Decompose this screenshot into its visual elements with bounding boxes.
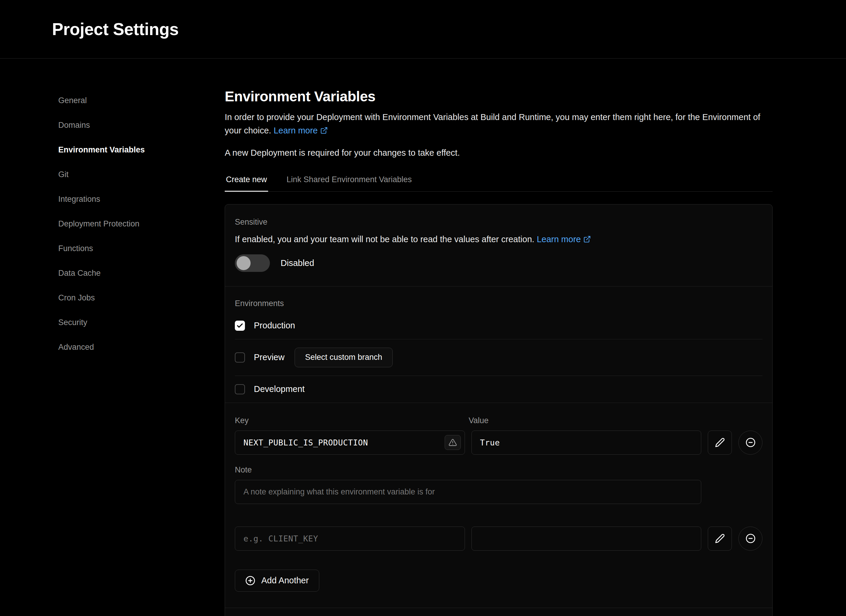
- value-input[interactable]: [471, 431, 702, 455]
- development-checkbox[interactable]: [235, 384, 245, 395]
- sensitive-description: If enabled, you and your team will not b…: [235, 235, 762, 244]
- sidebar-item-cron-jobs[interactable]: Cron Jobs: [58, 286, 225, 310]
- env-tabs: Create new Link Shared Environment Varia…: [225, 175, 773, 192]
- sensitive-learn-more-label: Learn more: [537, 235, 581, 244]
- sensitive-label: Sensitive: [235, 217, 762, 227]
- preview-label: Preview: [254, 352, 285, 362]
- sidebar-item-general[interactable]: General: [58, 88, 225, 113]
- key-value-section: Key Value: [225, 403, 772, 608]
- card-footer: Import .env or paste the .env contents a…: [225, 608, 772, 616]
- add-another-label: Add Another: [261, 576, 309, 585]
- remove-row-button[interactable]: [739, 431, 762, 455]
- environments-label: Environments: [225, 299, 772, 308]
- value-input-wrap: [471, 431, 702, 455]
- kv-row-2: [235, 527, 762, 551]
- page-title: Project Settings: [52, 19, 179, 39]
- sensitive-learn-more-link[interactable]: Learn more: [537, 235, 591, 244]
- sidebar-item-environment-variables[interactable]: Environment Variables: [58, 138, 225, 162]
- development-label: Development: [254, 384, 305, 394]
- create-env-card: Sensitive If enabled, you and your team …: [225, 204, 773, 616]
- sidebar-item-security[interactable]: Security: [58, 310, 225, 335]
- environment-variables-panel: Environment Variables In order to provid…: [225, 88, 773, 616]
- sensitive-section: Sensitive If enabled, you and your team …: [225, 204, 772, 286]
- learn-more-label: Learn more: [273, 126, 317, 135]
- tab-create-new[interactable]: Create new: [225, 175, 268, 191]
- preview-checkbox[interactable]: [235, 352, 245, 362]
- sidebar-item-functions[interactable]: Functions: [58, 236, 225, 261]
- sidebar-item-advanced[interactable]: Advanced: [58, 335, 225, 359]
- sensitive-toggle[interactable]: [235, 254, 270, 272]
- sidebar-item-integrations[interactable]: Integrations: [58, 187, 225, 211]
- sidebar-item-deployment-protection[interactable]: Deployment Protection: [58, 211, 225, 236]
- redeploy-note: A new Deployment is required for your ch…: [225, 148, 773, 158]
- check-icon: [236, 322, 244, 329]
- section-title: Environment Variables: [225, 88, 773, 105]
- sensitive-toggle-state: Disabled: [281, 258, 314, 268]
- tab-link-shared[interactable]: Link Shared Environment Variables: [285, 175, 413, 191]
- sensitive-toggle-row: Disabled: [235, 254, 762, 272]
- value-label: Value: [469, 416, 489, 425]
- pencil-icon: [715, 437, 725, 447]
- sensitive-description-text: If enabled, you and your team will not b…: [235, 235, 535, 244]
- settings-sidebar: General Domains Environment Variables Gi…: [58, 88, 225, 616]
- external-link-icon: [320, 126, 328, 134]
- external-link-icon: [583, 235, 591, 243]
- value-input-2[interactable]: [471, 527, 702, 551]
- kv-row-1: [235, 431, 762, 455]
- note-input[interactable]: [235, 480, 701, 504]
- key-input-2[interactable]: [235, 527, 465, 551]
- note-label: Note: [235, 465, 762, 475]
- environments-section: Environments Production Preview Select c…: [225, 286, 772, 403]
- select-custom-branch-button[interactable]: Select custom branch: [295, 348, 393, 367]
- key-label: Key: [235, 416, 249, 425]
- sidebar-item-data-cache[interactable]: Data Cache: [58, 261, 225, 286]
- toggle-knob: [236, 256, 251, 270]
- learn-more-link[interactable]: Learn more: [273, 126, 328, 135]
- production-label: Production: [254, 321, 295, 330]
- production-checkbox[interactable]: [235, 321, 245, 331]
- minus-circle-icon: [746, 437, 756, 447]
- pencil-icon: [715, 533, 725, 544]
- sidebar-item-domains[interactable]: Domains: [58, 113, 225, 138]
- minus-circle-icon: [746, 533, 756, 544]
- key-input-wrap: [235, 431, 465, 455]
- note-input-wrap: [235, 480, 701, 504]
- remove-row-button-2[interactable]: [739, 527, 762, 551]
- env-row-development: Development: [225, 376, 772, 403]
- edit-value-button-2[interactable]: [708, 527, 732, 551]
- env-row-preview: Preview Select custom branch: [225, 339, 772, 375]
- sidebar-item-git[interactable]: Git: [58, 162, 225, 187]
- key-input[interactable]: [235, 431, 465, 455]
- edit-value-button[interactable]: [708, 431, 732, 455]
- warning-triangle-icon: [449, 438, 457, 447]
- top-bar: Project Settings: [0, 0, 846, 59]
- env-row-production: Production: [225, 312, 772, 339]
- settings-layout: General Domains Environment Variables Gi…: [0, 59, 846, 616]
- key-warning-badge: [445, 435, 461, 450]
- kv-labels-row: Key Value: [235, 416, 762, 425]
- section-description: In order to provide your Deployment with…: [225, 110, 773, 137]
- plus-circle-icon: [245, 576, 256, 586]
- add-another-button[interactable]: Add Another: [235, 570, 319, 592]
